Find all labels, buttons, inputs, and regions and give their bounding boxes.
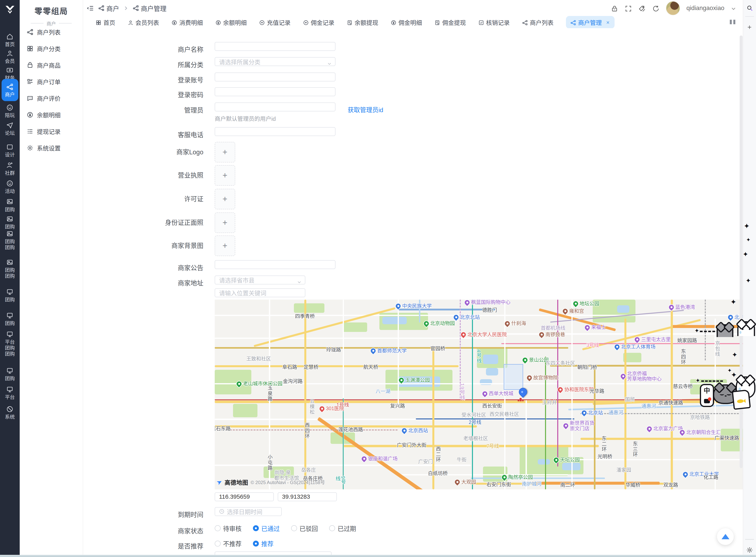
tab-佣金提现-8[interactable]: 佣金提现 bbox=[434, 18, 466, 27]
sidebar-item-团购-9[interactable]: 团购 bbox=[0, 197, 20, 212]
sidebar-item-团购-11[interactable]: 团购团购 bbox=[0, 229, 20, 250]
sidebar-item-财务-2[interactable]: 财务 bbox=[0, 65, 20, 81]
sidebar-item-社群-7[interactable]: 社群 bbox=[0, 160, 20, 176]
pet-widget-button[interactable]: 中 bbox=[700, 384, 714, 407]
breadcrumb: 商户 商户管理 bbox=[87, 0, 166, 17]
amap-map[interactable]: 枫蓝国际购物中心中央民族大学地坛公园东坝德胜门雍和宫蓝色港湾四季青桥北京北站北京… bbox=[215, 300, 743, 489]
tab-首页-0[interactable]: 首页 bbox=[96, 18, 115, 27]
status-radio-待审核[interactable]: 待审核 bbox=[215, 524, 242, 533]
tab-佣金记录-5[interactable]: 佣金记录 bbox=[303, 18, 335, 27]
category-select[interactable]: 请选择所属分类 bbox=[215, 57, 336, 66]
sidebar-item-首页-0[interactable]: 首页 bbox=[0, 32, 20, 47]
sidebar-item-会员-1[interactable]: 会员 bbox=[0, 48, 20, 64]
map-attribution: © 2025 AutoNavi - GS(2024)1158号 bbox=[251, 478, 325, 486]
sidebar-item-团购-14[interactable]: 团购 bbox=[0, 311, 20, 326]
name-input[interactable] bbox=[215, 42, 336, 51]
map-label-故宫博物院: 故宫博物院 bbox=[527, 375, 558, 381]
license-upload[interactable]: + bbox=[215, 165, 235, 186]
map-label-白纸坊桥: 白纸坊桥 bbox=[428, 471, 448, 476]
password-input[interactable] bbox=[215, 87, 336, 96]
clipped-bottom-input[interactable] bbox=[215, 552, 332, 555]
sidebar-item-商户-3[interactable]: 商户 bbox=[2, 79, 18, 101]
sticker-dash-line bbox=[701, 380, 723, 382]
tab-余额明细-3[interactable]: 余额明细 bbox=[215, 18, 247, 27]
latitude-input[interactable]: 39.913283 bbox=[278, 492, 337, 501]
search-icon[interactable] bbox=[746, 3, 753, 12]
app-logo-icon[interactable] bbox=[0, 3, 20, 16]
tab-佣金明细-7[interactable]: 佣金明细 bbox=[390, 18, 422, 27]
sidebar-item-陪玩-4[interactable]: 陪玩 bbox=[0, 102, 20, 118]
back-to-top-button[interactable] bbox=[717, 528, 734, 545]
username[interactable]: qidiangaoxiao bbox=[687, 4, 724, 11]
permit-upload[interactable]: + bbox=[215, 189, 235, 209]
status-radio-已通过[interactable]: 已通过 bbox=[253, 524, 280, 533]
lock-icon[interactable] bbox=[611, 4, 618, 12]
horizontal-scrollbar[interactable] bbox=[0, 555, 756, 557]
map-road bbox=[472, 300, 473, 489]
menu-item-系统设置[interactable]: 系统设置 bbox=[27, 144, 61, 152]
collapse-sidebar-icon[interactable] bbox=[87, 4, 94, 12]
menu-item-商户列表[interactable]: 商户列表 bbox=[27, 28, 61, 36]
map-label-北京侨福芳草地购物中心: 北京侨福 芳草地购物中心 bbox=[621, 371, 662, 382]
notice-input[interactable] bbox=[215, 260, 336, 269]
menu-item-商户分类[interactable]: 商户分类 bbox=[27, 44, 61, 53]
sidebar-item-平台-15[interactable]: 平台团购团购 bbox=[0, 329, 20, 357]
map-label-东三环: 东三环 bbox=[632, 441, 638, 458]
status-radio-已过期[interactable]: 已过期 bbox=[329, 524, 356, 533]
expire-datetime-input[interactable]: 选择日期时间 bbox=[215, 507, 282, 516]
breadcrumb-item-merchant[interactable]: 商户 bbox=[98, 4, 119, 13]
sidebar-item-活动-8[interactable]: 活动 bbox=[0, 178, 20, 194]
user-avatar[interactable] bbox=[666, 1, 680, 16]
map-label-光华路: 光华路 bbox=[590, 388, 604, 394]
location-keyword-input[interactable]: 请输入位置关键词 bbox=[215, 288, 305, 297]
menu-item-商户商品[interactable]: 商户商品 bbox=[27, 61, 61, 69]
tab-商户列表-10[interactable]: 商户列表 bbox=[522, 18, 554, 27]
tags-icon[interactable] bbox=[638, 4, 646, 12]
close-tab-icon[interactable] bbox=[606, 19, 610, 26]
recommend-radio-推荐[interactable]: 推荐 bbox=[253, 539, 274, 548]
get-admin-id-link[interactable]: 获取管理员id bbox=[348, 105, 383, 114]
address-select[interactable]: 请选择省市县 bbox=[215, 275, 305, 285]
sidebar-item-系统-18[interactable]: 系统 bbox=[0, 404, 20, 420]
settings-gear-icon[interactable] bbox=[746, 545, 753, 554]
map-pin-icon bbox=[454, 478, 461, 486]
tab-options-icon[interactable] bbox=[730, 20, 735, 24]
tab-会员列表-1[interactable]: 会员列表 bbox=[128, 18, 159, 27]
user-menu-chevron-icon[interactable] bbox=[731, 4, 736, 12]
menu-item-商户评价[interactable]: 商户评价 bbox=[27, 94, 61, 102]
image-icon bbox=[6, 214, 13, 223]
sidebar-item-论坛-5[interactable]: 论坛 bbox=[0, 120, 20, 136]
breadcrumb-item-merchant-manage[interactable]: 商户管理 bbox=[132, 4, 167, 13]
phone-input[interactable] bbox=[215, 127, 336, 136]
map-road bbox=[471, 477, 605, 479]
sidebar-item-团购-12[interactable]: 团购团购 bbox=[0, 257, 20, 279]
map-label-玉渊潭公园: 玉渊潭公园 bbox=[399, 377, 430, 383]
plus-icon: + bbox=[223, 147, 227, 157]
sidebar-item-团购-13[interactable]: 团购 bbox=[0, 287, 20, 302]
idcard-upload[interactable]: + bbox=[215, 212, 235, 233]
sidebar-item-团购-16[interactable]: 团购 bbox=[0, 365, 20, 381]
tab-充值记录-4[interactable]: 充值记录 bbox=[259, 18, 290, 27]
menu-item-提现记录[interactable]: 提现记录 bbox=[27, 127, 61, 136]
add-icon[interactable] bbox=[747, 22, 752, 31]
menu-item-商户订单[interactable]: 商户订单 bbox=[27, 77, 61, 86]
logo-upload[interactable]: + bbox=[215, 142, 235, 163]
tab-消费明细-2[interactable]: 消费明细 bbox=[171, 18, 203, 27]
sidebar-item-设计-6[interactable]: 设计 bbox=[0, 142, 20, 158]
status-radio-已驳回[interactable]: 已驳回 bbox=[291, 524, 318, 533]
account-input[interactable] bbox=[215, 72, 336, 81]
tab-商户管理-11[interactable]: 商户管理 bbox=[566, 16, 615, 29]
fullscreen-icon[interactable] bbox=[625, 4, 632, 12]
background-upload[interactable]: + bbox=[215, 236, 235, 256]
map-road bbox=[671, 300, 673, 489]
sidebar-item-团购-10[interactable]: 团购 bbox=[0, 214, 20, 230]
map-pin-icon bbox=[464, 300, 471, 306]
recommend-radio-不推荐[interactable]: 不推荐 bbox=[215, 539, 242, 548]
tab-核销记录-9[interactable]: 核销记录 bbox=[478, 18, 510, 27]
menu-item-余额明细[interactable]: 余额明细 bbox=[27, 110, 61, 119]
sidebar-item-平台-17[interactable]: 平台 bbox=[0, 384, 20, 400]
admin-input[interactable] bbox=[215, 102, 336, 111]
tab-余额提现-6[interactable]: 余额提现 bbox=[347, 18, 378, 27]
longitude-input[interactable]: 116.395659 bbox=[215, 492, 274, 501]
refresh-icon[interactable] bbox=[652, 4, 660, 12]
